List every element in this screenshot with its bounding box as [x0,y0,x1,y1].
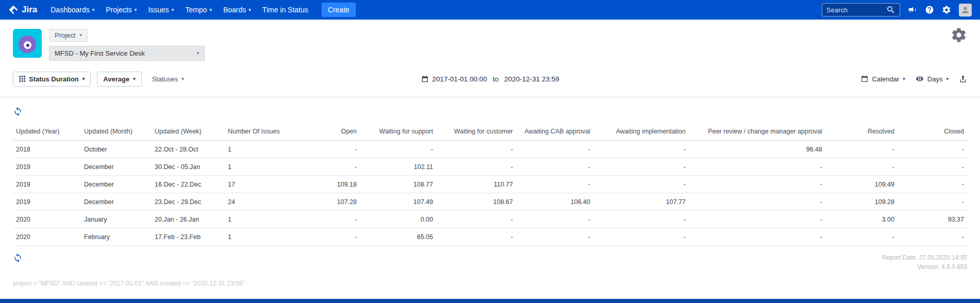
table-cell: December [81,193,152,211]
nav-item-tempo[interactable]: Tempo▾ [185,6,212,14]
refresh-icon[interactable] [13,107,23,116]
top-navbar: Jira Dashboards▾ Projects▾ Issues▾ Tempo… [0,0,980,20]
table-cell: - [436,158,516,176]
table-cell: - [593,176,689,193]
table-cell: - [593,228,689,246]
table-cell: 108.77 [360,176,436,193]
search-box[interactable] [822,3,900,16]
table-cell: - [360,141,436,158]
refresh-icon[interactable] [13,253,23,263]
project-select-value: MFSD - My First Service Desk [55,49,145,57]
announcement-icon[interactable] [908,5,917,14]
jql-query: project = "MFSD" AND created >= "2017-01… [13,280,967,287]
search-icon[interactable] [886,5,895,14]
table-cell: 109.28 [825,193,898,211]
column-header: Updated (Year) [13,123,81,141]
table-cell: 16.Dec - 22.Dec [152,176,225,193]
calendar-dropdown[interactable]: Calendar ▾ [860,72,905,86]
column-header: Updated (Month) [81,123,152,141]
table-cell: - [313,228,360,246]
table-cell: 93.37 [898,211,967,228]
table-cell: - [898,228,967,246]
table-cell: - [689,176,825,193]
report-settings-gear-icon[interactable] [951,27,967,43]
table-cell: - [313,158,360,176]
calendar-icon [421,75,428,83]
brand-label: Jira [22,5,37,15]
table-cell: 22.Oct - 28.Oct [152,141,225,158]
nav-item-dashboards[interactable]: Dashboards▾ [51,6,94,14]
table-cell: December [81,176,152,193]
table-cell: - [898,193,967,211]
table-cell: 30.Dec - 05.Jan [152,158,225,176]
search-input[interactable] [826,6,883,14]
gear-icon[interactable] [942,5,951,14]
table-cell: 1 [225,211,313,228]
nav-item-boards[interactable]: Boards▾ [223,6,251,14]
table-cell: 2019 [13,158,81,176]
column-header: Peer review / change manager approval [689,123,825,141]
user-avatar[interactable] [959,4,972,16]
eye-icon [916,75,924,83]
table-row: 2018October22.Oct - 28.Oct1-----96.48-- [13,141,967,158]
column-header: Number Of Issues [225,123,313,141]
person-icon [960,5,970,15]
chevron-down-icon: ▾ [172,8,174,12]
table-cell: 108.67 [436,193,516,211]
column-header: Open [313,123,360,141]
project-scope-dropdown[interactable]: Project ▾ [49,29,88,42]
table-cell: 1 [225,158,313,176]
table-cell: October [81,141,152,158]
date-to-word: to [493,75,499,83]
column-header: Waiting for support [360,123,436,141]
table-cell: - [516,211,593,228]
aggregation-button[interactable]: Average ▾ [97,72,141,87]
nav-item-time-in-status[interactable]: Time in Status [262,6,308,14]
table-cell: - [516,158,593,176]
chevron-down-icon: ▾ [181,77,184,81]
column-header: Closed [898,123,967,141]
project-select[interactable]: MFSD - My First Service Desk ▾ [49,46,205,61]
jira-logo-icon [8,5,19,15]
table-cell: 110.77 [436,176,516,193]
export-icon[interactable] [959,75,967,83]
help-icon[interactable] [925,5,934,14]
date-to: 2020-12-31 23:59 [504,75,559,83]
table-cell: - [313,211,360,228]
column-header: Awaiting implementation [593,123,689,141]
table-cell: - [436,141,516,158]
table-cell: - [825,141,898,158]
jira-logo[interactable]: Jira [8,5,37,15]
nav-item-projects[interactable]: Projects▾ [106,6,137,14]
table-cell: - [516,141,593,158]
chevron-down-icon: ▾ [209,8,212,12]
table-cell: - [689,158,825,176]
bottom-bar [0,299,980,303]
project-header: Project ▾ MFSD - My First Service Desk ▾ [13,20,967,61]
table-cell: February [81,228,152,246]
unit-dropdown[interactable]: Days ▾ [916,72,949,86]
table-row: 2019December23.Dec - 29.Dec24107.28107.4… [13,193,967,211]
table-cell: - [689,228,825,246]
table-cell: 20.Jan - 26.Jan [152,211,225,228]
table-cell: 1 [225,141,313,158]
report-type-button[interactable]: Status Duration ▾ [13,72,91,87]
table-cell: 65.05 [360,228,436,246]
table-cell: 24 [225,193,313,211]
table-cell: 2018 [13,141,81,158]
statuses-dropdown[interactable]: Statuses ▾ [148,72,188,86]
chevron-down-icon: ▾ [903,77,905,81]
table-cell: 109.18 [313,176,360,193]
table-cell: - [898,141,967,158]
date-range-picker[interactable]: 2017-01-01 00:00 to 2020-12-31 23:59 [421,75,559,83]
table-row: 2020February17.Feb - 23.Feb1-65.05------ [13,228,967,246]
table-cell: - [593,141,689,158]
navbar-right [822,3,972,16]
table-cell: 0.00 [360,211,436,228]
nav-item-issues[interactable]: Issues▾ [148,6,174,14]
table-cell: 2020 [13,228,81,246]
table-cell: 102.11 [360,158,436,176]
report-toolbar: Status Duration ▾ Average ▾ Statuses ▾ 2… [13,70,967,88]
table-row: 2019December30.Dec - 05.Jan1-102.11-----… [13,158,967,176]
create-button[interactable]: Create [322,3,356,17]
